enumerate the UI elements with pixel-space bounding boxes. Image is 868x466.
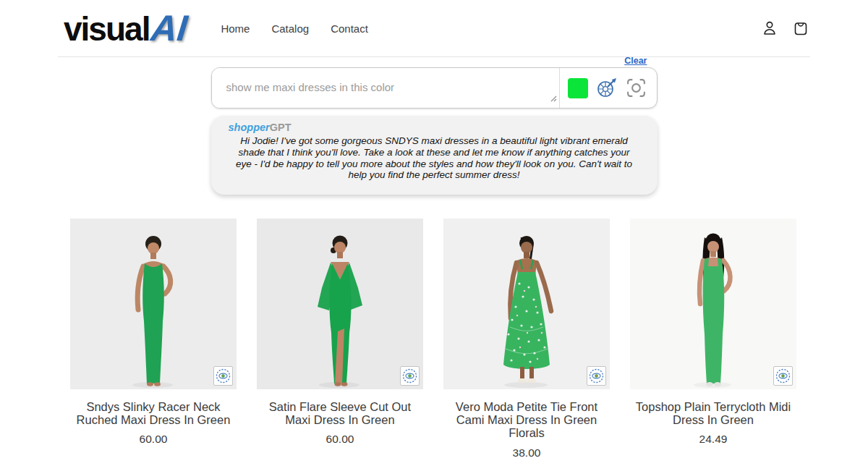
- assistant-brand-gpt: GPT: [270, 122, 292, 133]
- assistant-message: Hi Jodie! I've got some gorgeous SNDYS m…: [229, 135, 640, 181]
- product-title[interactable]: Vero Moda Petite Tie Front Cami Maxi Dre…: [443, 400, 610, 439]
- eye-similar-search-icon: [775, 368, 791, 384]
- eye-similar-search-icon: [589, 368, 604, 384]
- assistant-brand: shopperGPT: [229, 122, 640, 133]
- account-button[interactable]: [760, 19, 779, 38]
- similar-search-badge[interactable]: [213, 366, 233, 386]
- product-title[interactable]: Topshop Plain Terrycloth Midi Dress In G…: [630, 400, 796, 426]
- product-card: Satin Flare Sleeve Cut Out Maxi Dress In…: [257, 219, 423, 459]
- color-swatch[interactable]: [568, 78, 588, 98]
- product-price: 38.00: [443, 446, 610, 459]
- product-card: Topshop Plain Terrycloth Midi Dress In G…: [630, 219, 796, 459]
- assistant-brand-shopper: shopper: [229, 122, 270, 133]
- similar-search-badge[interactable]: [587, 366, 606, 386]
- cart-button[interactable]: [791, 19, 810, 38]
- clear-link[interactable]: Clear: [624, 56, 647, 66]
- eye-similar-search-icon: [402, 368, 417, 384]
- product-card: Vero Moda Petite Tie Front Cami Maxi Dre…: [443, 219, 610, 459]
- search-input-wrap: [212, 68, 560, 108]
- assistant-bubble: shopperGPT Hi Jodie! I've got some gorge…: [211, 116, 658, 195]
- product-card: Sndys Slinky Racer Neck Ruched Maxi Dres…: [70, 219, 237, 459]
- visual-search-button[interactable]: [625, 77, 647, 99]
- logo-word: visual: [64, 9, 149, 48]
- viewfinder-icon: [625, 90, 647, 101]
- search-input[interactable]: [212, 68, 559, 108]
- product-title[interactable]: Sndys Slinky Racer Neck Ruched Maxi Dres…: [70, 400, 237, 426]
- product-price: 60.00: [70, 433, 237, 446]
- search-tools: [560, 68, 657, 108]
- similar-search-badge[interactable]: [773, 366, 793, 386]
- product-title[interactable]: Satin Flare Sleeve Cut Out Maxi Dress In…: [257, 400, 423, 426]
- color-picker-button[interactable]: [595, 77, 618, 99]
- shopping-bag-icon: [791, 29, 810, 40]
- eye-similar-search-icon: [216, 368, 231, 384]
- nav-home[interactable]: Home: [221, 22, 250, 35]
- product-photo[interactable]: [443, 219, 610, 389]
- header: visual AI Home Catalog Contact: [0, 0, 868, 49]
- logo[interactable]: visual AI: [64, 7, 187, 49]
- color-wheel-icon: [595, 90, 618, 101]
- product-price: 60.00: [257, 433, 423, 446]
- similar-search-badge[interactable]: [400, 366, 420, 386]
- product-grid: Sndys Slinky Racer Neck Ruched Maxi Dres…: [70, 219, 868, 459]
- search-section: Clear: [211, 54, 658, 195]
- product-price: 24.49: [630, 433, 796, 446]
- product-photo[interactable]: [630, 219, 796, 389]
- product-photo[interactable]: [257, 219, 423, 389]
- product-photo[interactable]: [70, 219, 237, 389]
- person-icon: [760, 29, 779, 40]
- nav-catalog[interactable]: Catalog: [271, 22, 309, 35]
- header-icons: [760, 19, 810, 38]
- nav-contact[interactable]: Contact: [331, 22, 368, 35]
- search-bar: [211, 67, 658, 109]
- main-nav: Home Catalog Contact: [221, 22, 367, 35]
- resize-grip-icon[interactable]: [550, 92, 557, 105]
- logo-suffix: AI: [149, 7, 190, 49]
